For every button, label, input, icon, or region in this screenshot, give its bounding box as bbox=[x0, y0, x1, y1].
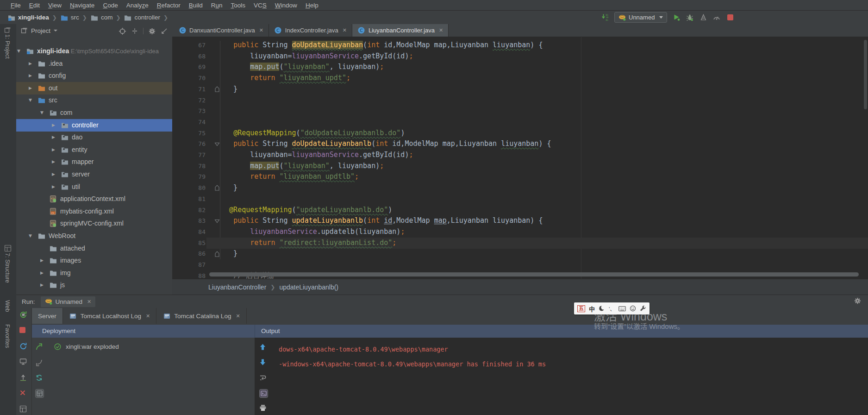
tree-item-images[interactable]: ▶images bbox=[16, 254, 172, 267]
stripe-item-project[interactable]: 1: Project bbox=[4, 34, 11, 59]
chevron-collapsed-icon[interactable]: ▶ bbox=[29, 69, 32, 82]
menu-item-run[interactable]: Run bbox=[207, 2, 227, 9]
menu-item-code[interactable]: Code bbox=[99, 2, 122, 9]
stripe-item-structure[interactable]: 7: Structure bbox=[4, 253, 11, 283]
chevron-collapsed-icon[interactable]: ▶ bbox=[52, 168, 55, 181]
profiler-button[interactable] bbox=[712, 13, 721, 22]
chevron-collapsed-icon[interactable]: ▶ bbox=[52, 131, 55, 144]
run-settings-gear-icon[interactable] bbox=[854, 297, 862, 305]
close-icon[interactable]: ✕ bbox=[146, 313, 150, 319]
locate-icon[interactable] bbox=[118, 27, 126, 35]
chevron-collapsed-icon[interactable]: ▶ bbox=[40, 267, 44, 279]
editor-tab-LiuyanbanController.java[interactable]: CLiuyanbanController.java✕ bbox=[352, 24, 449, 37]
collapse-all-icon[interactable] bbox=[131, 27, 139, 35]
run-tab-server[interactable]: Server bbox=[32, 308, 63, 324]
tree-item-.idea[interactable]: ▶.idea bbox=[16, 57, 172, 70]
down-arrow-icon[interactable] bbox=[259, 358, 268, 367]
exploded-war-icon[interactable] bbox=[35, 389, 44, 397]
monitor-icon[interactable] bbox=[19, 358, 28, 366]
up-arrow-icon[interactable] bbox=[259, 343, 268, 352]
menu-item-tools[interactable]: Tools bbox=[227, 2, 250, 9]
sync-icon[interactable] bbox=[35, 374, 44, 382]
tree-item-springMVC-config.xml[interactable]: <>springMVC-config.xml bbox=[16, 217, 172, 230]
tree-item-applicationContext.xml[interactable]: <>applicationContext.xml bbox=[16, 193, 172, 205]
tree-item-attached[interactable]: attached bbox=[16, 242, 172, 255]
tree-item-server[interactable]: ▶server bbox=[16, 168, 172, 181]
ime-language-toggle[interactable]: 中 bbox=[589, 304, 595, 313]
deploy-icon[interactable] bbox=[35, 343, 44, 352]
menu-item-view[interactable]: View bbox=[44, 2, 66, 9]
close-icon[interactable]: ✕ bbox=[236, 313, 240, 319]
keyboard-icon[interactable] bbox=[618, 306, 626, 312]
wrench-icon[interactable] bbox=[640, 305, 646, 312]
menu-item-refactor[interactable]: Refactor bbox=[153, 2, 185, 9]
breadcrumb-item-xingli-idea[interactable]: xingli-idea bbox=[7, 13, 49, 22]
close-icon[interactable]: ✕ bbox=[343, 27, 347, 33]
console-settings-icon[interactable] bbox=[259, 389, 268, 397]
soft-wrap-icon[interactable] bbox=[259, 374, 268, 382]
breadcrumb-item-controller[interactable]: controller bbox=[124, 13, 160, 22]
breadcrumb-item-com[interactable]: com bbox=[90, 13, 113, 22]
tree-item-dao[interactable]: ▶dao bbox=[16, 131, 172, 144]
tree-item-xingli-idea[interactable]: ▼xingli-idea E:\tmpSoft\6545\Code\xingli… bbox=[16, 45, 172, 57]
refresh-icon[interactable] bbox=[19, 342, 28, 351]
tree-item-com[interactable]: ▼com bbox=[16, 107, 172, 119]
menu-item-window[interactable]: Window bbox=[271, 2, 301, 9]
moon-icon[interactable] bbox=[599, 305, 605, 312]
menu-item-help[interactable]: Help bbox=[301, 2, 323, 9]
printer-icon[interactable] bbox=[259, 404, 268, 413]
chevron-expanded-icon[interactable]: ▼ bbox=[29, 230, 32, 242]
run-tab-tomcat-localhost-log[interactable]: Tomcat Localhost Log✕ bbox=[63, 308, 157, 324]
project-panel-header[interactable]: Project bbox=[16, 24, 172, 37]
tree-item-out[interactable]: ▶out bbox=[16, 82, 172, 94]
vertical-scrollbar[interactable] bbox=[864, 40, 867, 109]
settings-icon[interactable] bbox=[148, 27, 156, 35]
menu-item-navigate[interactable]: Navigate bbox=[66, 2, 99, 9]
editor-tab-IndexController.java[interactable]: CIndexController.java✕ bbox=[269, 24, 352, 37]
tree-item-WebRoot[interactable]: ▼WebRoot bbox=[16, 230, 172, 242]
chevron-collapsed-icon[interactable]: ▶ bbox=[29, 57, 32, 70]
tree-item-entity[interactable]: ▶entity bbox=[16, 144, 172, 156]
punctuation-toggle[interactable]: ’、 bbox=[609, 305, 615, 312]
chevron-expanded-icon[interactable]: ▼ bbox=[17, 45, 20, 57]
tree-item-controller[interactable]: ▶controller bbox=[16, 119, 172, 132]
chevron-collapsed-icon[interactable]: ▶ bbox=[29, 82, 32, 94]
tree-item-src[interactable]: ▼src bbox=[16, 94, 172, 107]
close-icon[interactable] bbox=[19, 390, 28, 398]
stripe-item-web[interactable]: Web bbox=[4, 300, 11, 312]
output-console[interactable]: dows-x64\apache-tomcat-8.0.49\webapps\ma… bbox=[255, 338, 868, 415]
updates-icon[interactable]: 011001 bbox=[601, 13, 609, 22]
update-app-icon[interactable] bbox=[19, 374, 28, 382]
tree-item-mybatis-config.xml[interactable]: <>mybatis-config.xml bbox=[16, 205, 172, 218]
chevron-collapsed-icon[interactable]: ▶ bbox=[52, 156, 55, 168]
menu-item-analyze[interactable]: Analyze bbox=[122, 2, 153, 9]
deployment-item[interactable]: xingli:war exploded bbox=[53, 342, 119, 351]
ime-wubi-badge[interactable]: 五 bbox=[577, 305, 585, 312]
layout-icon[interactable] bbox=[19, 405, 28, 414]
tree-item-util[interactable]: ▶util bbox=[16, 181, 172, 193]
run-config-tab[interactable]: Unnamed ✕ bbox=[41, 296, 96, 307]
menu-item-edit[interactable]: Edit bbox=[25, 2, 44, 9]
emoji-icon[interactable] bbox=[630, 305, 636, 312]
editor-area[interactable]: CDanxuantiController.java✕CIndexControll… bbox=[172, 24, 868, 295]
breadcrumb-class[interactable]: LiuyanbanController bbox=[208, 283, 266, 291]
code-editor[interactable]: 67 public String doUpdateLiuyanban(int i… bbox=[172, 37, 868, 279]
breadcrumb-method[interactable]: updateLiuyanbanlb() bbox=[279, 283, 338, 291]
editor-tab-DanxuantiController.java[interactable]: CDanxuantiController.java✕ bbox=[173, 24, 269, 37]
chevron-collapsed-icon[interactable]: ▶ bbox=[40, 254, 44, 267]
stripe-item-favorites[interactable]: Favorites bbox=[4, 324, 11, 348]
chevron-collapsed-icon[interactable]: ▶ bbox=[52, 144, 55, 156]
tree-item-js[interactable]: ▶js bbox=[16, 279, 172, 291]
close-icon[interactable]: ✕ bbox=[87, 299, 91, 305]
run-configuration-select[interactable]: Unnamed bbox=[614, 12, 667, 23]
run-tab-tomcat-catalina-log[interactable]: Tomcat Catalina Log✕ bbox=[156, 308, 246, 324]
chevron-collapsed-icon[interactable]: ▶ bbox=[52, 119, 55, 132]
run-button[interactable] bbox=[672, 13, 681, 22]
chevron-collapsed-icon[interactable]: ▶ bbox=[52, 181, 55, 193]
menu-item-vcs[interactable]: VCS bbox=[250, 2, 271, 9]
close-icon[interactable]: ✕ bbox=[439, 27, 443, 33]
chevron-collapsed-icon[interactable]: ▶ bbox=[40, 279, 44, 291]
chevron-expanded-icon[interactable]: ▼ bbox=[40, 107, 44, 119]
chevron-expanded-icon[interactable]: ▼ bbox=[29, 94, 32, 107]
menu-item-file[interactable]: File bbox=[6, 2, 25, 9]
